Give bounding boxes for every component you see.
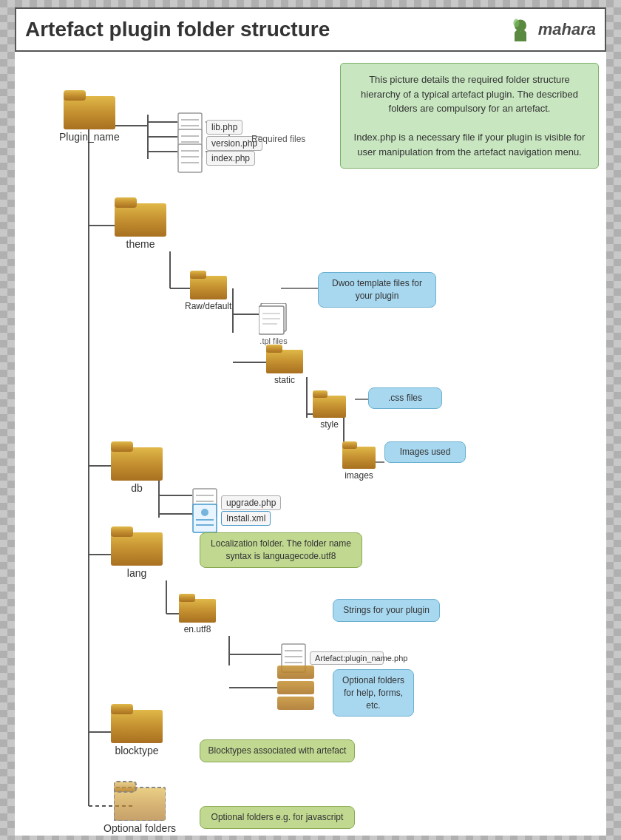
svg-rect-64 — [342, 447, 376, 469]
svg-rect-51 — [115, 203, 166, 237]
folder-style: style — [313, 390, 346, 430]
folder-images: images — [342, 441, 376, 481]
index-php-label: index.php — [206, 151, 255, 166]
static-label: static — [274, 375, 295, 385]
optional-folder-icon — [114, 780, 166, 821]
images-used-text: Images used — [400, 447, 451, 457]
folder-blocktype: blocktype — [111, 702, 163, 756]
lang-label: lang — [127, 567, 146, 579]
optional-label: Optional folders — [104, 822, 176, 834]
callout-optional-js: Optional folders e.g. for javascript — [200, 806, 355, 829]
blocktypes-text: Blocktypes associated with artefact — [208, 745, 347, 756]
folder-theme: theme — [115, 196, 166, 250]
svg-rect-85 — [111, 704, 133, 714]
raw-default-folder-icon — [190, 270, 227, 299]
svg-rect-65 — [342, 441, 357, 449]
info-text-2: Index.php is a necessary file if your pl… — [354, 132, 586, 158]
optional-js-text: Optional folders e.g. for javascript — [211, 812, 344, 822]
callout-css: .css files — [368, 387, 442, 409]
en-utf8-folder-icon — [179, 593, 216, 623]
content-area: This picture details the required folder… — [15, 52, 606, 836]
page-header: Artefact plugin folder structure mahara — [15, 7, 606, 52]
folder-lang: lang — [111, 525, 163, 579]
svg-rect-87 — [114, 782, 136, 792]
artefact-file-label: Artefact:plugin_name.php — [310, 651, 384, 665]
static-folder-icon — [266, 344, 303, 373]
install-xml-icon — [192, 504, 217, 533]
svg-rect-77 — [111, 526, 133, 537]
callout-images-used: Images used — [384, 441, 466, 463]
mahara-logo-text: mahara — [538, 20, 596, 39]
svg-rect-37 — [64, 96, 115, 129]
folder-optional: Optional folders — [104, 780, 176, 834]
folder-plugin-name: Plugin_name — [59, 89, 120, 143]
info-box: This picture details the required folder… — [340, 63, 599, 169]
svg-rect-84 — [111, 710, 163, 743]
db-folder-icon — [111, 440, 163, 481]
required-files-label: Required files — [251, 132, 305, 145]
file-index-php: index.php — [177, 143, 255, 173]
images-folder-icon — [342, 441, 376, 469]
page-title: Artefact plugin folder structure — [25, 18, 330, 41]
diagram-lines — [15, 52, 606, 836]
folder-db: db — [111, 440, 163, 494]
svg-rect-60 — [266, 350, 303, 373]
raw-default-label: Raw/default — [185, 301, 231, 311]
svg-rect-47 — [178, 144, 202, 172]
en-utf8-label: en.utf8 — [184, 624, 211, 634]
main-container: Artefact plugin folder structure mahara — [15, 7, 606, 836]
svg-rect-52 — [115, 197, 137, 208]
svg-point-1 — [513, 19, 519, 27]
svg-rect-76 — [111, 532, 163, 566]
strings-text: Strings for your plugin — [343, 605, 430, 615]
style-label: style — [320, 419, 339, 430]
info-text-1: This picture details the required folder… — [361, 74, 578, 114]
folder-en-utf8: en.utf8 — [179, 593, 216, 634]
callout-optional-help: Optional folders for help, forms, etc. — [333, 669, 414, 717]
callout-blocktypes: Blocktypes associated with artefact — [200, 739, 355, 762]
tpl-files-icon — [259, 303, 288, 336]
svg-rect-78 — [179, 599, 216, 623]
folder-raw-default: Raw/default — [185, 270, 231, 311]
svg-point-73 — [201, 509, 208, 516]
index-php-icon — [177, 143, 203, 173]
svg-rect-72 — [193, 504, 217, 532]
blocktype-label: blocktype — [115, 745, 158, 756]
svg-rect-67 — [111, 441, 133, 452]
svg-rect-66 — [111, 447, 163, 481]
db-label: db — [131, 482, 143, 494]
callout-dwoo: Dwoo template files for your plugin — [318, 272, 436, 308]
theme-label: theme — [126, 238, 155, 250]
lang-folder-icon — [111, 525, 163, 566]
install-xml-label: Install.xml — [221, 511, 271, 526]
svg-rect-62 — [313, 396, 346, 418]
mahara-logo: mahara — [506, 15, 596, 44]
theme-folder-icon — [115, 196, 166, 237]
dwoo-text: Dwoo template files for your plugin — [332, 278, 422, 301]
optional-help-text: Optional folders for help, forms, etc. — [342, 675, 404, 711]
callout-strings: Strings for your plugin — [333, 599, 440, 622]
blocktype-folder-icon — [111, 702, 163, 743]
svg-rect-53 — [190, 276, 227, 299]
svg-rect-86 — [114, 788, 166, 821]
images-label: images — [345, 470, 373, 481]
style-folder-icon — [313, 390, 346, 418]
mahara-logo-icon — [506, 15, 535, 44]
svg-rect-63 — [313, 390, 328, 398]
svg-rect-61 — [266, 345, 282, 353]
svg-rect-79 — [179, 594, 195, 602]
svg-rect-54 — [190, 271, 206, 279]
folder-static: static — [266, 344, 303, 385]
svg-rect-38 — [64, 90, 86, 101]
css-text: .css files — [388, 393, 422, 403]
folder-optional-stack — [277, 665, 314, 710]
plugin-name-folder-icon — [64, 89, 115, 129]
localization-text: Localization folder. The folder name syn… — [211, 538, 351, 561]
svg-rect-56 — [259, 306, 284, 334]
tpl-files-group: .tpl files — [259, 303, 288, 345]
file-install-xml: Install.xml — [192, 504, 271, 533]
plugin-name-label: Plugin_name — [59, 131, 120, 143]
callout-localization: Localization folder. The folder name syn… — [200, 532, 362, 568]
